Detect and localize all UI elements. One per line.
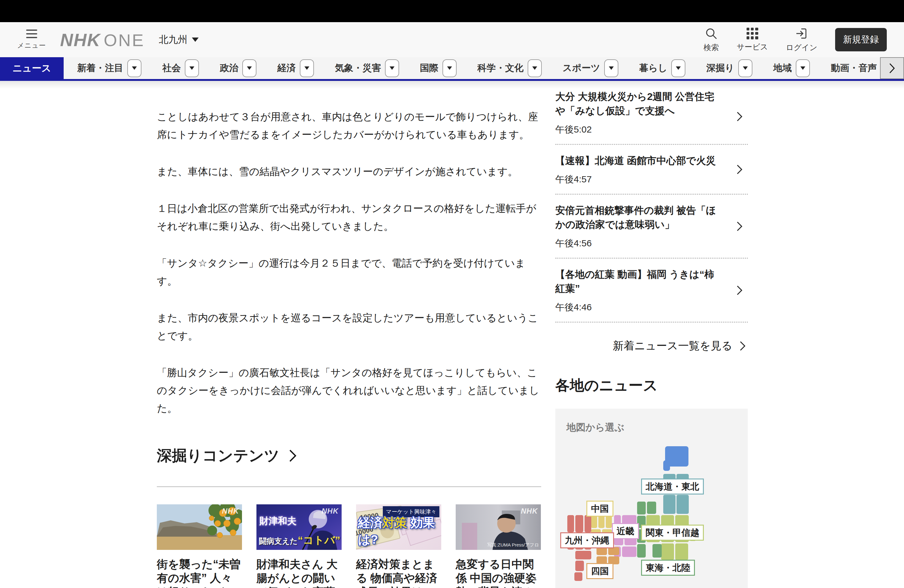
- dropdown-button[interactable]: [385, 59, 399, 77]
- map-label-kyushu-okinawa[interactable]: 九州・沖縄: [560, 532, 614, 548]
- japan-region-map[interactable]: 地図から選ぶ: [555, 409, 748, 588]
- dropdown-button[interactable]: [443, 59, 457, 77]
- search-button[interactable]: 検索: [703, 27, 719, 52]
- deep-dive-heading-link[interactable]: 深掘りコンテンツ: [157, 446, 541, 466]
- card-thumbnail: NHK 写真:ZUMA Press/アフロ: [456, 504, 541, 550]
- article-paragraph: １日は小倉北区の営業所で出発式が行われ、サンタクロースの格好をした運転手がそれぞ…: [157, 199, 541, 235]
- map-label-kinki[interactable]: 近畿: [612, 523, 639, 539]
- article-paragraph: ことしはあわせて３台が用意され、車内は色とりどりのモールで飾りつけられ、座席にト…: [157, 108, 541, 144]
- article-paragraph: 「勝山タクシー」の廣石敏文社長は「サンタの格好を見てほっこりしてもらい、このタク…: [157, 364, 541, 417]
- login-button[interactable]: ログイン: [786, 27, 817, 52]
- card-title: 財津和夫さん 大腸がんとの闘いで気づいた言葉の力: [256, 557, 341, 588]
- caret-down-icon: [447, 66, 452, 70]
- map-label-chugoku[interactable]: 中国: [586, 501, 613, 517]
- dropdown-button[interactable]: [300, 59, 314, 77]
- nav-scroll-right-button[interactable]: [880, 57, 904, 79]
- deep-dive-card-economy[interactable]: 10000 10000 マーケット興味津々 経済対策 効果は? 経済対策まとまる…: [356, 504, 441, 588]
- article-paragraph: また、市内の夜景スポットを巡るコースを設定したツアーも用意しているということです…: [157, 309, 541, 345]
- main-nav: ニュース 新着・注目 社会 政治 経済 気象・災害 国際 科学・文化 スポーツ …: [0, 57, 904, 81]
- chevron-down-icon: [192, 38, 199, 42]
- dropdown-button[interactable]: [604, 59, 618, 77]
- page-content: ことしはあわせて３台が用意され、車内は色とりどりのモールで飾りつけられ、座席にト…: [0, 89, 904, 588]
- dropdown-button[interactable]: [528, 59, 542, 77]
- region-selector[interactable]: 北九州: [159, 33, 199, 46]
- nav-item-politics[interactable]: 政治: [220, 59, 256, 77]
- chevron-right-icon: [736, 221, 743, 232]
- deep-dive-card-flood[interactable]: NHK 街を襲った“未曽有の水害” 人々は怒り、おびえ、前を向いた 12月1日午…: [157, 504, 242, 588]
- chevron-right-icon: [887, 62, 897, 75]
- region-name: 北九州: [159, 33, 188, 46]
- nav-item-society[interactable]: 社会: [162, 59, 199, 77]
- nhk-one-logo[interactable]: NHK ONE: [60, 30, 145, 50]
- news-title: 【速報】北海道 函館市中心部で火災: [555, 153, 719, 168]
- caret-down-icon: [800, 66, 805, 70]
- top-black-bar: [0, 0, 904, 22]
- card-thumbnail: NHK: [157, 504, 242, 550]
- nav-item-sports[interactable]: スポーツ: [563, 59, 618, 77]
- search-label: 検索: [703, 43, 719, 52]
- nav-item-weather[interactable]: 気象・災害: [335, 59, 399, 77]
- register-button[interactable]: 新規登録: [835, 28, 887, 51]
- news-title: 大分 大規模火災から2週間 公営住宅や「みなし仮設」で支援へ: [555, 90, 719, 118]
- overlay-caption-text: 闘病支えた“コトバ”: [259, 533, 340, 547]
- nav-item-international[interactable]: 国際: [420, 59, 457, 77]
- deep-dive-card-china[interactable]: NHK 写真:ZUMA Press/アフロ 急変する日中関係 中国の強硬姿勢の背…: [456, 504, 541, 588]
- nav-item-new[interactable]: 新着・注目: [77, 59, 141, 77]
- nav-item-science[interactable]: 科学・文化: [477, 59, 542, 77]
- news-list-item[interactable]: 安倍元首相銃撃事件の裁判 被告「ほかの政治家では意味弱い」 午後4:56: [555, 194, 748, 259]
- tab-news-active[interactable]: ニュース: [0, 57, 64, 79]
- grid-icon: [747, 28, 758, 40]
- nav-item-living[interactable]: 暮らし: [639, 59, 685, 77]
- dropdown-button[interactable]: [242, 59, 256, 77]
- nav-item-economy[interactable]: 経済: [277, 59, 314, 77]
- news-time: 午後4:46: [555, 301, 719, 314]
- dropdown-button[interactable]: [796, 59, 810, 77]
- dropdown-button[interactable]: [738, 59, 752, 77]
- menu-label: メニュー: [17, 41, 46, 50]
- nav-shadow: [0, 81, 904, 89]
- menu-button[interactable]: メニュー: [17, 30, 46, 50]
- news-time: 午後4:56: [555, 237, 719, 250]
- caret-down-icon: [676, 66, 681, 70]
- see-all-news-link[interactable]: 新着ニュース一覧を見る: [555, 338, 747, 353]
- nhk-watermark: NHK: [521, 507, 538, 515]
- news-time: 午後4:57: [555, 173, 719, 186]
- map-label-kanto-koshinetsu[interactable]: 関東・甲信越: [641, 525, 704, 541]
- dropdown-button[interactable]: [185, 59, 199, 77]
- map-label-shikoku[interactable]: 四国: [586, 563, 613, 579]
- latest-news-list: 大分 大規模火災から2週間 公営住宅や「みなし仮設」で支援へ 午後5:02 【速…: [555, 89, 748, 322]
- chevron-right-icon: [736, 285, 743, 296]
- nav-item-region[interactable]: 地域: [773, 59, 810, 77]
- card-thumbnail: 10000 10000 マーケット興味津々 経済対策 効果は?: [356, 504, 441, 550]
- news-list-item[interactable]: 【各地の紅葉 動画】福岡 うきは“柿紅葉” 午後4:46: [555, 259, 748, 322]
- dropdown-button[interactable]: [671, 59, 685, 77]
- nav-item-video[interactable]: 動画・音声: [831, 62, 877, 74]
- card-thumbnail: NHK 財津和夫 闘病支えた“コトバ”: [256, 504, 341, 550]
- article-body: ことしはあわせて３台が用意され、車内は色とりどりのモールで飾りつけられ、座席にト…: [157, 108, 541, 417]
- site-header: メニュー NHK ONE 北九州 検索 サービス: [0, 22, 904, 57]
- article-column: ことしはあわせて３台が用意され、車内は色とりどりのモールで飾りつけられ、座席にト…: [157, 89, 541, 588]
- caret-down-icon: [609, 66, 614, 70]
- search-icon: [705, 27, 718, 40]
- card-title: 街を襲った“未曽有の水害” 人々は怒り、おびえ、前を向いた: [157, 557, 242, 588]
- card-title: 急変する日中関係 中国の強硬姿勢の背景を読み解く: [456, 557, 541, 588]
- news-time: 午後5:02: [555, 123, 719, 136]
- login-label: ログイン: [786, 43, 817, 52]
- login-icon: [795, 27, 808, 40]
- nhk-watermark: NHK: [322, 507, 338, 515]
- caret-down-icon: [132, 66, 137, 70]
- news-list-item[interactable]: 【速報】北海道 函館市中心部で火災 午後4:57: [555, 145, 748, 194]
- dropdown-button[interactable]: [127, 59, 141, 77]
- chevron-right-icon: [288, 448, 298, 463]
- services-button[interactable]: サービス: [737, 28, 768, 52]
- chevron-right-icon: [736, 111, 743, 122]
- nav-item-deepdive[interactable]: 深掘り: [706, 59, 752, 77]
- map-label-tokai-hokuriku[interactable]: 東海・北陸: [641, 560, 695, 576]
- logo-one-text: ONE: [104, 30, 144, 50]
- deep-dive-card-zaitsu[interactable]: NHK 財津和夫 闘病支えた“コトバ” 財津和夫さん 大腸がんとの闘いで気づいた…: [256, 504, 341, 588]
- news-list-item[interactable]: 大分 大規模火災から2週間 公営住宅や「みなし仮設」で支援へ 午後5:02: [555, 89, 748, 145]
- deep-dive-heading: 深掘りコンテンツ: [157, 446, 280, 466]
- map-label-hokkaido-tohoku[interactable]: 北海道・東北: [641, 479, 704, 495]
- deep-dive-cards: NHK 街を襲った“未曽有の水害” 人々は怒り、おびえ、前を向いた 12月1日午…: [157, 504, 541, 588]
- chevron-right-icon: [739, 340, 747, 351]
